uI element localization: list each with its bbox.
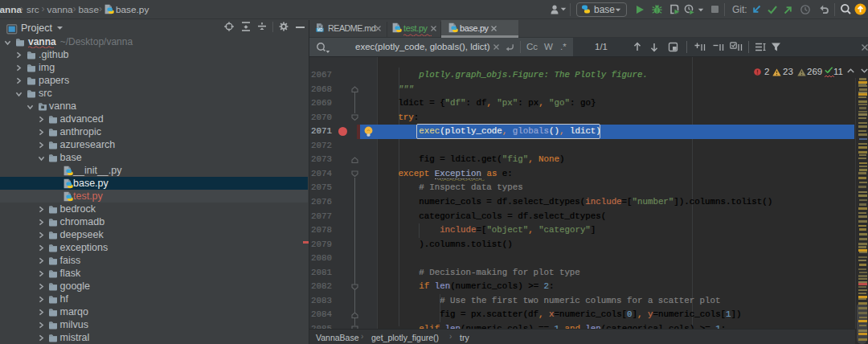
- svg-text:MD: MD: [317, 28, 323, 32]
